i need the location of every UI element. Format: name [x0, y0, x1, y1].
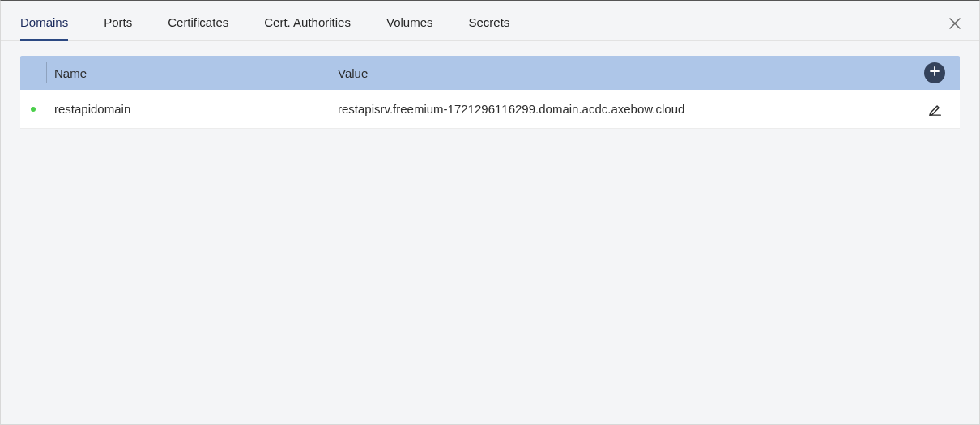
name-cell: restapidomain — [46, 102, 330, 116]
column-name: Name — [46, 66, 330, 80]
table-row: restapidomain restapisrv.freemium-172129… — [20, 90, 960, 129]
status-cell — [20, 107, 46, 112]
tab-bar: Domains Ports Certificates Cert. Authori… — [1, 1, 979, 41]
column-actions — [910, 62, 960, 83]
edit-button[interactable] — [928, 102, 942, 116]
tab-certificates[interactable]: Certificates — [168, 15, 228, 40]
table-header: Name Value — [20, 56, 960, 90]
domains-table: Name Value restapidomain restapisrv.free… — [1, 41, 979, 129]
column-value: Value — [330, 66, 910, 80]
pencil-icon — [928, 104, 942, 118]
plus-icon — [929, 66, 940, 80]
actions-cell — [910, 102, 960, 116]
value-cell: restapisrv.freemium-1721296116299.domain… — [330, 102, 910, 116]
tab-volumes[interactable]: Volumes — [386, 15, 433, 40]
status-dot-icon — [31, 107, 36, 112]
add-button[interactable] — [924, 62, 945, 83]
tab-secrets[interactable]: Secrets — [469, 15, 510, 40]
close-icon[interactable] — [948, 17, 961, 30]
tab-ports[interactable]: Ports — [104, 15, 132, 40]
tab-domains[interactable]: Domains — [20, 15, 68, 41]
tab-cert-authorities[interactable]: Cert. Authorities — [264, 15, 351, 40]
